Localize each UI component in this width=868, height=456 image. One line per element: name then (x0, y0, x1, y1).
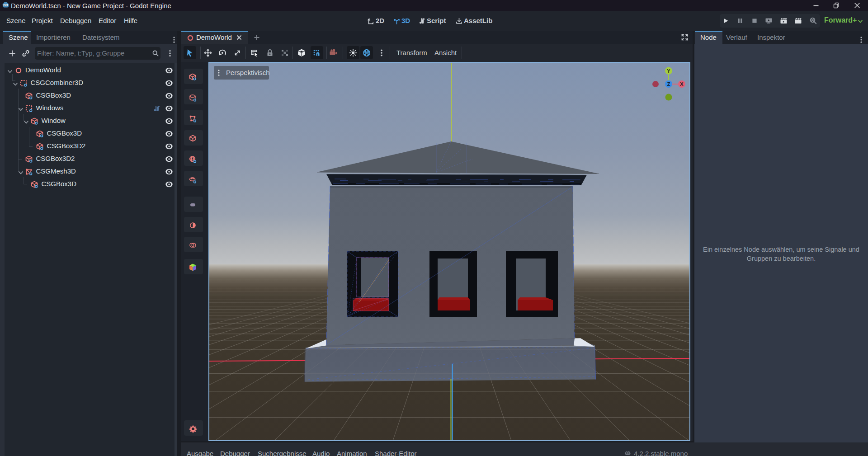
svg-text:Y: Y (667, 68, 670, 74)
svg-text:Z: Z (667, 81, 670, 87)
svg-text:X: X (680, 81, 684, 87)
